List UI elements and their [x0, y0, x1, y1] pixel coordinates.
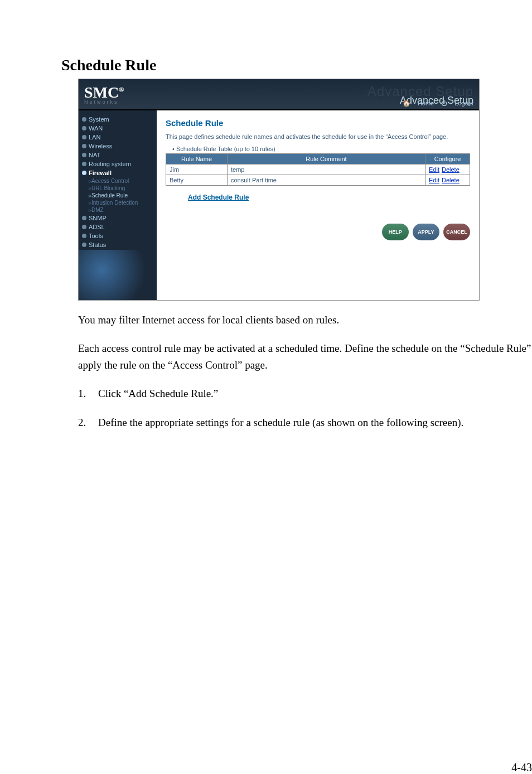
home-link[interactable]: 🏠 Home [403, 100, 434, 107]
delete-link[interactable]: Delete [442, 177, 460, 183]
schedule-rule-table: Rule Name Rule Comment Configure Jim tem… [166, 153, 470, 186]
delete-link[interactable]: Delete [442, 166, 460, 173]
sidebar-sub-url-blocking[interactable]: ▹URL Blocking [79, 185, 157, 192]
edit-link[interactable]: Edit [429, 166, 439, 173]
cell-rule-comment: temp [228, 165, 425, 175]
sidebar-item-lan[interactable]: LAN [79, 133, 157, 142]
sidebar-sub-schedule-rule[interactable]: ▹Schedule Rule [79, 192, 157, 199]
step-item: 1. Click “Add Schedule Rule.” [78, 385, 532, 401]
step-number: 1. [78, 385, 98, 401]
cancel-button[interactable]: CANCEL [443, 224, 470, 240]
apply-button[interactable]: APPLY [413, 224, 439, 240]
cell-rule-name: Jim [166, 165, 228, 175]
table-row: Jim temp EditDelete [166, 165, 470, 175]
content-description: This page defines schedule rule names an… [166, 133, 470, 140]
sidebar-sub-intrusion[interactable]: ▹Intrusion Detection [79, 199, 157, 206]
action-buttons: HELP APPLY CANCEL [166, 224, 470, 240]
paragraph: You may filter Internet access for local… [78, 312, 532, 328]
paragraph: Each access control rule may be activate… [78, 340, 532, 373]
step-number: 2. [78, 414, 98, 430]
step-text: Define the appropriate settings for a sc… [98, 414, 463, 430]
sidebar-item-tools[interactable]: Tools [79, 231, 157, 240]
sidebar-item-system[interactable]: System [79, 115, 157, 124]
content-title: Schedule Rule [166, 118, 470, 128]
help-button[interactable]: HELP [382, 224, 409, 240]
cell-rule-name: Betty [166, 175, 228, 186]
sidebar-item-firewall[interactable]: Firewall [79, 168, 157, 177]
add-schedule-rule-link[interactable]: Add Schedule Rule [188, 194, 470, 201]
numbered-steps: 1. Click “Add Schedule Rule.” 2. Define … [78, 385, 532, 430]
sidebar-item-wireless[interactable]: Wireless [79, 142, 157, 151]
sidebar-item-snmp[interactable]: SNMP [79, 214, 157, 222]
col-configure: Configure [425, 154, 470, 165]
banner-bg-text: Advanced Setup [367, 84, 473, 99]
ss-header-bar: SMC® Networks Advanced Setup Advanced Se… [79, 79, 479, 110]
sidebar-decorative-image [79, 250, 157, 300]
col-rule-comment: Rule Comment [228, 154, 425, 165]
table-row: Betty consult Part time EditDelete [166, 175, 470, 186]
body-text: You may filter Internet access for local… [78, 312, 532, 373]
page-title: Schedule Rule [61, 56, 532, 74]
page-header: FIREWALL [56, 28, 532, 40]
main-content: Schedule Rule This page defines schedule… [157, 110, 479, 300]
smc-logo-sub: Networks [84, 99, 124, 105]
smc-logo: SMC® [84, 84, 124, 101]
sidebar-sub-dmz[interactable]: ▹DMZ [79, 206, 157, 214]
sidebar-item-adsl[interactable]: ADSL [79, 222, 157, 231]
table-caption: Schedule Rule Table (up to 10 rules) [172, 146, 470, 152]
cell-rule-comment: consult Part time [228, 175, 425, 186]
sidebar-sub-access-control[interactable]: ▹Access Control [79, 177, 157, 185]
sidebar-item-wan[interactable]: WAN [79, 124, 157, 133]
sidebar-item-routing[interactable]: Routing system [79, 159, 157, 168]
col-rule-name: Rule Name [166, 154, 228, 165]
step-item: 2. Define the appropriate settings for a… [78, 414, 532, 430]
page-number: 4-43 [511, 761, 532, 774]
logout-link[interactable]: ⏻ Logout [441, 100, 473, 107]
top-nav: 🏠 Home ⏻ Logout [397, 100, 473, 107]
edit-link[interactable]: Edit [429, 177, 439, 183]
step-text: Click “Add Schedule Rule.” [98, 385, 218, 401]
sidebar-item-status[interactable]: Status [79, 240, 157, 249]
sidebar: System WAN LAN Wireless NAT Routing syst… [79, 110, 157, 300]
sidebar-item-nat[interactable]: NAT [79, 151, 157, 159]
router-ui-screenshot: SMC® Networks Advanced Setup Advanced Se… [78, 79, 480, 301]
